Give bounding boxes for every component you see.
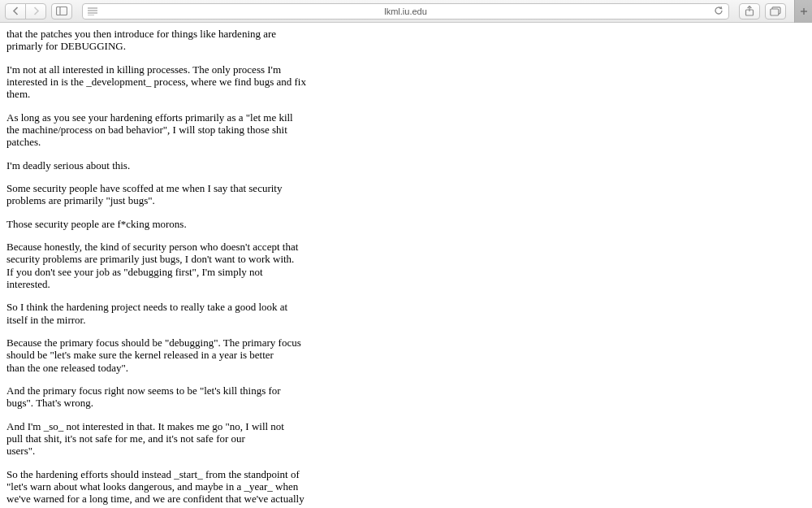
tabs-icon bbox=[770, 7, 781, 16]
paragraph: that the patches you then introduce for … bbox=[6, 28, 448, 53]
paragraph: Because the primary focus should be "deb… bbox=[6, 336, 448, 374]
svg-rect-9 bbox=[771, 9, 779, 15]
paragraph: I'm deadly serious about this. bbox=[6, 159, 448, 172]
reload-icon bbox=[714, 6, 723, 17]
nav-button-group bbox=[5, 3, 46, 20]
paragraph: So I think the hardening project needs t… bbox=[6, 301, 448, 326]
paragraph: Some security people have scoffed at me … bbox=[6, 182, 448, 207]
paragraph: Those security people are f*cking morons… bbox=[6, 218, 448, 230]
paragraph: As long as you see your hardening effort… bbox=[6, 111, 448, 149]
chevron-right-icon bbox=[32, 7, 40, 15]
forward-button[interactable] bbox=[25, 3, 46, 20]
browser-toolbar: lkml.iu.edu bbox=[0, 0, 812, 23]
address-bar[interactable]: lkml.iu.edu bbox=[82, 3, 729, 20]
paragraph: So the hardening efforts should instead … bbox=[6, 468, 448, 508]
plus-icon bbox=[800, 4, 808, 19]
tabs-button[interactable] bbox=[765, 3, 786, 20]
message-body: that the patches you then introduce for … bbox=[0, 23, 455, 508]
reload-button[interactable] bbox=[714, 6, 723, 17]
chevron-left-icon bbox=[12, 7, 19, 15]
svg-rect-0 bbox=[57, 7, 67, 15]
page-viewport[interactable]: that the patches you then introduce for … bbox=[0, 23, 812, 508]
paragraph: I'm not at all interested in killing pro… bbox=[6, 63, 448, 101]
paragraph: Because honestly, the kind of security p… bbox=[6, 241, 448, 290]
sidebar-button[interactable] bbox=[51, 3, 72, 20]
new-tab-button[interactable] bbox=[794, 0, 812, 23]
reader-mode-icon[interactable] bbox=[88, 7, 97, 15]
share-icon bbox=[745, 6, 754, 16]
url-text: lkml.iu.edu bbox=[384, 7, 427, 16]
paragraph: And the primary focus right now seems to… bbox=[6, 384, 448, 410]
paragraph: And I'm _so_ not interested in that. It … bbox=[6, 420, 448, 458]
sidebar-icon bbox=[56, 7, 67, 15]
share-button[interactable] bbox=[739, 3, 760, 20]
back-button[interactable] bbox=[5, 3, 26, 20]
